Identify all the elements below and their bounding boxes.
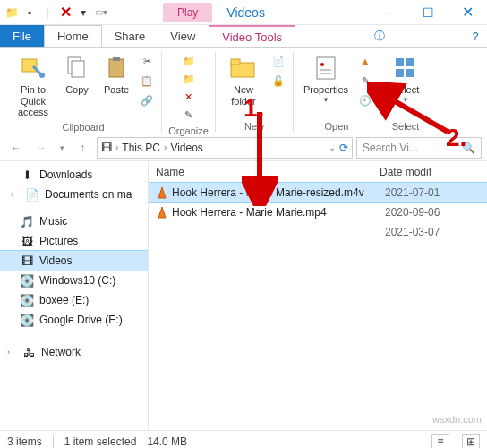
properties-button[interactable]: Properties ▼ bbox=[299, 52, 353, 106]
delete-icon[interactable]: ✕ bbox=[180, 88, 198, 106]
copy-to-icon[interactable]: 📁 bbox=[180, 70, 198, 88]
copy-button[interactable]: Copy bbox=[59, 52, 95, 98]
nav-pictures[interactable]: 🖼Pictures bbox=[0, 231, 148, 251]
qat-dropdown-icon[interactable]: ▾ bbox=[75, 4, 91, 21]
file-date: 2021-03-07 bbox=[378, 226, 440, 238]
column-header-name[interactable]: Name bbox=[149, 166, 372, 178]
paste-button[interactable]: Paste bbox=[98, 52, 134, 98]
organize-group-label: Organize bbox=[168, 125, 209, 136]
nav-googledrive[interactable]: 💽Google Drive (E:) bbox=[0, 310, 148, 330]
open-group-label: Open bbox=[325, 121, 349, 132]
back-button[interactable]: ← bbox=[5, 137, 27, 159]
column-headers[interactable]: Name Date modif bbox=[149, 161, 487, 183]
status-selection: 1 item selected bbox=[64, 435, 137, 448]
breadcrumb-videos[interactable]: Videos bbox=[170, 142, 202, 154]
maximize-button[interactable]: ☐ bbox=[408, 0, 448, 25]
easy-access-icon[interactable]: 🔓 bbox=[269, 72, 287, 90]
drive-e-icon: 💽 bbox=[20, 293, 34, 307]
file-date: 2021-07-01 bbox=[378, 186, 440, 199]
cut-icon[interactable]: ✂ bbox=[138, 52, 156, 70]
file-name: Hook Herrera - Marie Marie.mp4 bbox=[170, 206, 378, 219]
new-folder-button[interactable]: New folder bbox=[221, 52, 266, 108]
tab-view[interactable]: View bbox=[158, 25, 208, 47]
svg-point-1 bbox=[39, 73, 45, 78]
file-row[interactable]: Hook Herrera - Marie Marie-resized.m4v 2… bbox=[149, 183, 487, 202]
svg-rect-8 bbox=[317, 57, 335, 79]
help-icon[interactable]: ? bbox=[464, 25, 487, 47]
search-icon[interactable]: 🔍 bbox=[462, 142, 475, 154]
tab-home[interactable]: Home bbox=[44, 25, 102, 47]
file-list-pane[interactable]: Name Date modif Hook Herrera - Marie Mar… bbox=[149, 161, 487, 430]
navigation-pane[interactable]: ⬇Downloads ›📄Documents on ma 🎵Music 🖼Pic… bbox=[0, 161, 149, 430]
column-header-date[interactable]: Date modif bbox=[372, 166, 487, 178]
close-red-icon[interactable]: ✕ bbox=[57, 4, 73, 21]
context-tab-play[interactable]: Play bbox=[163, 3, 212, 22]
view-details-button[interactable]: ≡ bbox=[431, 434, 449, 449]
file-menu[interactable]: File bbox=[0, 25, 44, 47]
select-label: Select bbox=[392, 84, 420, 96]
expand-icon[interactable]: › bbox=[7, 348, 16, 357]
forward-button[interactable]: → bbox=[30, 137, 52, 159]
chevron-right-icon[interactable]: › bbox=[115, 142, 118, 152]
select-icon bbox=[391, 54, 420, 82]
view-large-button[interactable]: ⊞ bbox=[462, 434, 480, 449]
address-bar-row: ← → ▾ ↑ 🎞 › This PC › Videos ⌄ ⟳ Search … bbox=[0, 134, 487, 161]
nav-boxee[interactable]: 💽boxee (E:) bbox=[0, 290, 148, 310]
pin-quick-access-button[interactable]: Pin to Quick access bbox=[11, 52, 56, 120]
nav-documents[interactable]: ›📄Documents on ma bbox=[0, 185, 148, 204]
status-size: 14.0 MB bbox=[147, 435, 187, 448]
expand-icon[interactable]: › bbox=[11, 190, 20, 199]
address-dropdown-icon[interactable]: ⌄ bbox=[329, 142, 336, 152]
rename-icon[interactable]: ✎ bbox=[180, 106, 198, 124]
move-to-icon[interactable]: 📁 bbox=[180, 52, 198, 70]
svg-rect-13 bbox=[406, 58, 414, 66]
history-icon[interactable]: 🕘 bbox=[356, 91, 374, 109]
close-window-button[interactable]: ✕ bbox=[448, 0, 487, 25]
nav-videos[interactable]: 🎞Videos bbox=[0, 251, 148, 271]
qat-extra-icon[interactable]: ▭▾ bbox=[93, 4, 109, 21]
svg-marker-17 bbox=[158, 207, 166, 218]
file-row[interactable]: 2021-03-07 bbox=[149, 222, 487, 242]
minimize-button[interactable]: ─ bbox=[369, 0, 408, 25]
svg-rect-7 bbox=[231, 59, 240, 65]
select-button[interactable]: Select ▼ bbox=[386, 52, 425, 106]
refresh-icon[interactable]: ⟳ bbox=[339, 142, 348, 154]
up-button[interactable]: ↑ bbox=[72, 137, 93, 159]
divider: | bbox=[39, 4, 56, 21]
edit-icon[interactable]: ✎ bbox=[356, 72, 374, 90]
content-area: ⬇Downloads ›📄Documents on ma 🎵Music 🖼Pic… bbox=[0, 161, 487, 430]
copy-icon bbox=[63, 54, 91, 82]
file-date: 2020-09-06 bbox=[378, 206, 440, 219]
recent-dropdown[interactable]: ▾ bbox=[56, 137, 68, 159]
vlc-file-icon bbox=[154, 206, 170, 219]
tab-share[interactable]: Share bbox=[102, 25, 158, 47]
save-icon[interactable]: ▪ bbox=[21, 4, 38, 21]
file-name: Hook Herrera - Marie Marie-resized.m4v bbox=[170, 186, 378, 199]
nav-network[interactable]: ›🖧Network bbox=[0, 342, 148, 362]
pin-icon bbox=[19, 54, 47, 82]
ribbon-collapse-icon[interactable]: ⓘ bbox=[368, 25, 391, 47]
svg-rect-4 bbox=[109, 59, 124, 77]
new-folder-label: New folder bbox=[221, 84, 266, 107]
paste-shortcut-icon[interactable]: 🔗 bbox=[138, 91, 156, 109]
copy-label: Copy bbox=[65, 84, 89, 96]
breadcrumb-this-pc[interactable]: This PC bbox=[122, 142, 160, 154]
address-bar[interactable]: 🎞 › This PC › Videos ⌄ ⟳ bbox=[97, 137, 353, 159]
copy-path-icon[interactable]: 📋 bbox=[138, 72, 156, 90]
nav-downloads[interactable]: ⬇Downloads bbox=[0, 165, 148, 185]
nav-music[interactable]: 🎵Music bbox=[0, 211, 148, 231]
search-box[interactable]: Search Vi... 🔍 bbox=[356, 137, 482, 159]
tab-video-tools[interactable]: Video Tools bbox=[209, 25, 295, 47]
svg-rect-12 bbox=[396, 58, 404, 66]
select-group-label: Select bbox=[392, 121, 420, 132]
chevron-right-icon[interactable]: › bbox=[164, 142, 167, 152]
new-group-label: New bbox=[244, 121, 264, 132]
new-item-icon[interactable]: 📄 bbox=[269, 52, 287, 70]
open-icon[interactable]: ▲ bbox=[356, 52, 374, 70]
documents-icon: 📄 bbox=[25, 187, 39, 202]
search-placeholder: Search Vi... bbox=[363, 142, 418, 154]
window-title: Videos bbox=[212, 2, 279, 23]
nav-windows10[interactable]: 💽Windows10 (C:) bbox=[0, 271, 148, 290]
file-row[interactable]: Hook Herrera - Marie Marie.mp4 2020-09-0… bbox=[149, 202, 487, 222]
status-bar: 3 items 1 item selected 14.0 MB ≡ ⊞ bbox=[0, 430, 487, 448]
